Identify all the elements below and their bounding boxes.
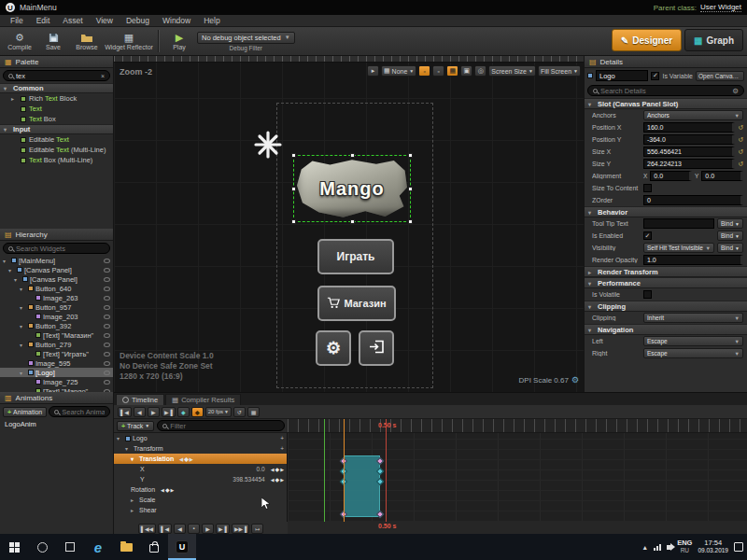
next-key-icon[interactable]: ▶: [280, 477, 284, 483]
visibility-eye-icon[interactable]: [104, 343, 110, 347]
toggle-grid-snap-button[interactable]: ▦: [446, 65, 458, 77]
details-search-input[interactable]: [600, 87, 729, 95]
size-x-field[interactable]: 556.456421: [643, 147, 735, 157]
track-logo[interactable]: ▾Logo+: [114, 433, 287, 443]
visibility-eye-icon[interactable]: [104, 305, 110, 310]
menu-file[interactable]: File: [4, 15, 30, 26]
tree-item-canvas-panel-2[interactable]: ▾[Canvas Panel]: [0, 274, 113, 284]
visibility-eye-icon[interactable]: [104, 352, 110, 357]
resize-handle[interactable]: [408, 187, 413, 191]
palette-category-input[interactable]: ▾ Input: [0, 124, 113, 134]
resize-handle[interactable]: [291, 187, 296, 191]
toggle-respect-locks-button[interactable]: ▫: [432, 65, 444, 77]
toggle-outline-button[interactable]: ▫: [418, 65, 430, 77]
tree-item-button-392[interactable]: ▾Button_392: [0, 321, 113, 330]
dpi-settings-gear-icon[interactable]: ⚙: [571, 375, 579, 385]
is-volatile-checkbox[interactable]: [643, 290, 652, 299]
section-performance[interactable]: ▾Performance: [585, 277, 747, 288]
next-key-icon[interactable]: ▶: [190, 456, 193, 462]
resize-handle[interactable]: [350, 219, 355, 224]
parent-class-link[interactable]: User Widget: [700, 3, 741, 12]
go-to-end-button[interactable]: ▶▐: [162, 407, 176, 417]
track-translation-selected[interactable]: ▾Translation◀◆▶: [114, 454, 287, 464]
menu-view[interactable]: View: [90, 15, 120, 26]
widget-name-field[interactable]: Logo: [596, 70, 648, 81]
cursor-tool-button[interactable]: ▸: [367, 65, 379, 77]
reset-to-default-icon[interactable]: ↺: [738, 136, 743, 144]
zorder-field[interactable]: 0: [643, 195, 743, 205]
size-y-field[interactable]: 264.224213: [643, 159, 735, 169]
browse-button[interactable]: Browse: [71, 28, 103, 55]
tooltip-bind-button[interactable]: Bind▼: [717, 218, 743, 229]
resize-handle[interactable]: [291, 153, 296, 158]
visibility-dropdown[interactable]: Self Hit Test Invisible▼: [643, 243, 714, 253]
auto-key-toggle[interactable]: ◆: [191, 407, 204, 417]
tree-item-button-279[interactable]: ▾Button_279: [0, 340, 113, 349]
is-variable-checkbox[interactable]: ✓: [651, 72, 659, 80]
size-to-content-checkbox[interactable]: [643, 184, 652, 192]
visibility-eye-icon[interactable]: [104, 296, 110, 301]
go-to-start-button[interactable]: ▌◀: [118, 407, 132, 417]
compile-button[interactable]: ⚙ Compile: [4, 28, 35, 55]
visibility-eye-icon[interactable]: [104, 371, 110, 375]
alignment-x-field[interactable]: 0.0: [650, 171, 692, 181]
next-frame-button[interactable]: ▶▐: [216, 524, 230, 534]
loop-toggle-button[interactable]: ↺: [233, 407, 246, 417]
play-forward-button[interactable]: ▶: [202, 524, 214, 534]
dpi-scale-control[interactable]: DPI Scale 0.67 ⚙: [519, 375, 579, 385]
timeline-ruler[interactable]: [288, 419, 747, 433]
unreal-editor-taskbar-button[interactable]: U: [168, 534, 196, 560]
screen-size-dropdown[interactable]: Screen Size▼: [488, 65, 536, 77]
exit-button-widget[interactable]: [359, 330, 394, 366]
tree-item-text-igrat[interactable]: [Text] "Играть": [0, 349, 113, 358]
palette-item-rich-text-block[interactable]: ▸ Rich Text Block: [0, 93, 113, 104]
file-explorer-button[interactable]: [112, 534, 140, 560]
is-enabled-bind-button[interactable]: Bind▼: [717, 231, 743, 241]
cortana-button[interactable]: [28, 534, 56, 560]
section-behavior[interactable]: ▾Behavior: [585, 206, 747, 217]
details-options-gear-icon[interactable]: ⚙: [732, 87, 739, 95]
track-translation-y[interactable]: Y398.534454◀◆▶: [114, 474, 287, 484]
fps-dropdown[interactable]: 20 fps▼: [205, 407, 232, 417]
add-animation-button[interactable]: + Animation: [3, 407, 47, 417]
save-button[interactable]: Save: [37, 28, 69, 55]
next-key-icon[interactable]: ▶: [171, 487, 175, 493]
palette-search[interactable]: ×: [3, 70, 110, 81]
palette-item-editable-text[interactable]: Editable Text: [0, 134, 113, 145]
visibility-eye-icon[interactable]: [104, 287, 110, 291]
add-key-icon[interactable]: ◆: [275, 466, 280, 472]
toggle-safe-zone-button[interactable]: ▣: [460, 65, 472, 77]
hierarchy-search-input[interactable]: [16, 245, 105, 253]
resize-handle[interactable]: [291, 219, 296, 224]
store-button[interactable]: [140, 534, 168, 560]
menu-asset[interactable]: Asset: [56, 15, 89, 26]
action-center-icon[interactable]: [734, 542, 743, 552]
section-clipping[interactable]: ▾Clipping: [585, 301, 747, 312]
tab-timeline[interactable]: Timeline: [116, 394, 164, 405]
designer-mode-button[interactable]: ✎ Designer: [612, 29, 682, 51]
add-key-icon[interactable]: +: [280, 445, 284, 452]
menu-window[interactable]: Window: [156, 15, 197, 26]
step-back-button[interactable]: ◀: [134, 407, 146, 417]
fill-screen-dropdown[interactable]: Fill Screen▼: [538, 65, 581, 77]
network-icon[interactable]: [654, 544, 661, 551]
track-transform[interactable]: ▾Transform+: [114, 443, 287, 454]
play-button[interactable]: ▶ Play: [163, 28, 195, 55]
tree-item-mainmenu[interactable]: ▾[MainMenu]: [0, 256, 113, 265]
clock[interactable]: 17:54 09.03.2019: [698, 539, 728, 554]
position-x-field[interactable]: 160.0: [643, 122, 735, 133]
zoom-to-fit-button[interactable]: ◎: [474, 65, 486, 77]
animations-search[interactable]: [49, 406, 110, 417]
edge-button[interactable]: e: [84, 534, 112, 560]
shop-button-widget[interactable]: Магазин: [317, 286, 396, 321]
tree-item-image-595[interactable]: Image_595: [0, 358, 113, 368]
resize-handle[interactable]: [350, 153, 355, 158]
tree-item-button-640[interactable]: ▾Button_640: [0, 284, 113, 293]
graph-mode-button[interactable]: ▦ Graph: [684, 29, 743, 51]
render-opacity-field[interactable]: 1.0: [643, 255, 743, 265]
tree-item-canvas-panel-1[interactable]: ▾[Canvas Panel]: [0, 265, 113, 274]
animations-tab[interactable]: ▥ Animations: [0, 392, 113, 404]
visibility-eye-icon[interactable]: [104, 259, 110, 263]
clipping-dropdown[interactable]: Inherit▼: [643, 313, 743, 323]
tree-item-logo-selected[interactable]: ▾[Logo]: [0, 368, 113, 377]
